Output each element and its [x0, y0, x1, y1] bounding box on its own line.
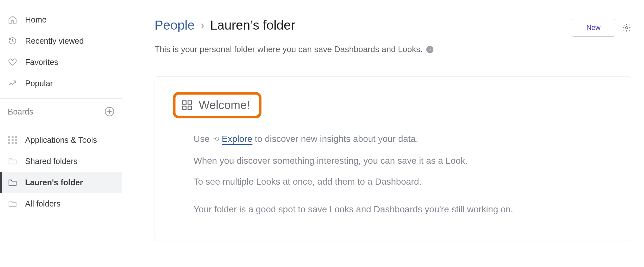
welcome-line-3: To see multiple Looks at once, add them … [194, 174, 613, 189]
sidebar-item-label: Shared folders [25, 157, 78, 166]
welcome-line-2: When you discover something interesting,… [194, 153, 613, 169]
sidebar: Home Recently viewed Favorites Popular B… [0, 0, 122, 267]
settings-button[interactable] [622, 23, 631, 32]
chevron-right-icon: › [201, 19, 204, 32]
welcome-title-text: Welcome! [199, 98, 250, 112]
info-icon[interactable]: i [426, 46, 433, 53]
subtitle-text: This is your personal folder where you c… [155, 44, 422, 54]
add-board-button[interactable] [104, 106, 115, 117]
svg-point-1 [626, 27, 628, 29]
welcome-line-1: Use Explore to discover new insights abo… [194, 131, 613, 147]
sidebar-item-label: Applications & Tools [25, 135, 97, 145]
welcome-line-4: Your folder is a good spot to save Looks… [194, 202, 613, 217]
main-content: People › Lauren’s folder New This is you… [122, 0, 644, 267]
sidebar-item-popular[interactable]: Popular [0, 73, 122, 94]
sidebar-item-label: All folders [25, 199, 61, 208]
sidebar-item-label: Home [25, 15, 47, 24]
svg-rect-2 [183, 101, 186, 105]
history-icon [8, 36, 17, 46]
sidebar-item-label: Popular [25, 79, 53, 88]
welcome-body: Use Explore to discover new insights abo… [173, 131, 613, 217]
trend-icon [8, 78, 17, 88]
header-actions: New [572, 19, 631, 37]
sidebar-item-label: Recently viewed [25, 36, 84, 46]
boards-section-header: Boards [0, 99, 122, 124]
sidebar-item-recently-viewed[interactable]: Recently viewed [0, 30, 122, 51]
svg-point-6 [215, 137, 219, 140]
sidebar-item-my-folder[interactable]: Lauren's folder [0, 172, 122, 193]
sidebar-item-shared-folders[interactable]: Shared folders [0, 151, 122, 172]
breadcrumb: People › Lauren’s folder [155, 18, 295, 32]
sidebar-item-home[interactable]: Home [0, 9, 122, 30]
svg-rect-3 [188, 101, 192, 105]
sidebar-item-all-folders[interactable]: All folders [0, 193, 122, 214]
folder-icon [8, 199, 17, 208]
heart-icon [8, 57, 17, 67]
boards-label: Boards [8, 107, 33, 116]
compass-icon [212, 132, 220, 147]
welcome-title-highlight: Welcome! [173, 92, 261, 118]
explore-link[interactable]: Explore [222, 134, 252, 145]
home-icon [8, 15, 17, 24]
breadcrumb-root[interactable]: People [155, 18, 195, 32]
sidebar-item-label: Favorites [25, 58, 58, 67]
breadcrumb-current: Lauren’s folder [210, 18, 295, 32]
folder-icon [8, 156, 17, 166]
sidebar-item-label: Lauren's folder [25, 178, 83, 187]
welcome-card: Welcome! Use Explore to discover new ins… [155, 76, 631, 241]
dashboard-icon [181, 99, 193, 111]
svg-rect-4 [183, 106, 186, 110]
page-subtitle: This is your personal folder where you c… [155, 44, 631, 54]
folder-icon [8, 178, 17, 187]
sidebar-item-applications-tools[interactable]: Applications & Tools [0, 129, 122, 151]
sidebar-item-favorites[interactable]: Favorites [0, 51, 122, 73]
svg-rect-5 [188, 106, 192, 110]
new-button[interactable]: New [572, 19, 615, 37]
page-header: People › Lauren’s folder New [155, 18, 631, 37]
apps-icon [8, 135, 17, 145]
